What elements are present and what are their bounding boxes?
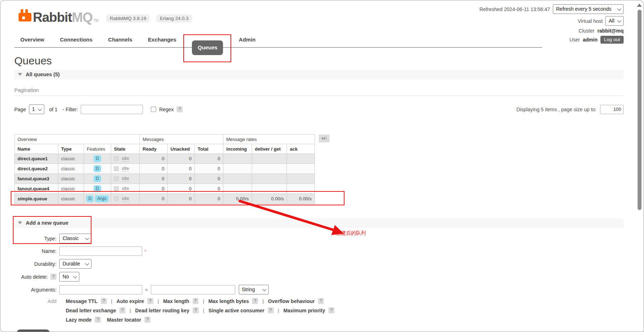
regex-help-badge[interactable]: ?	[177, 106, 183, 112]
column-header-incoming[interactable]: incoming	[223, 144, 252, 154]
tab-admin[interactable]: Admin	[239, 36, 256, 47]
filter-input[interactable]	[81, 105, 143, 114]
max-length-help-badge[interactable]: ?	[193, 298, 199, 304]
ack-rate	[287, 154, 315, 164]
link-lazy-mode[interactable]: Lazy mode	[66, 317, 91, 323]
durable-feature-badge: D	[86, 195, 94, 202]
all-queues-section-toggle[interactable]: All queues (5)	[14, 70, 624, 79]
column-header-ack[interactable]: ack	[287, 144, 315, 154]
ready-count: 0	[140, 154, 168, 164]
state-color-swatch	[114, 176, 119, 181]
link-single-active-consumer[interactable]: Single active consumer	[208, 308, 264, 313]
vertical-scrollbar[interactable]	[636, 1, 642, 330]
arguments-label: Arguments:	[14, 287, 56, 293]
name-label: Name:	[14, 248, 56, 254]
unacked-count: 0	[168, 164, 195, 174]
tab-channels[interactable]: Channels	[108, 36, 133, 47]
state-color-swatch	[114, 186, 119, 191]
collapse-triangle-icon	[18, 221, 22, 224]
queue-type: classic	[58, 174, 84, 184]
link-max-length-bytes[interactable]: Max length bytes	[208, 298, 249, 304]
queue-state: idle	[122, 176, 129, 182]
overflow-behaviour-help-badge[interactable]: ?	[318, 298, 324, 304]
group-header-messages: Messages	[140, 135, 223, 144]
add-queue-section-title: Add a new queue	[26, 220, 68, 226]
virtual-host-select[interactable]: All	[605, 16, 624, 26]
scrollbar-up-arrow-icon[interactable]	[637, 4, 642, 7]
regex-checkbox[interactable]	[151, 107, 156, 112]
total-count: 0	[195, 184, 223, 194]
column-header-state[interactable]: State	[111, 144, 140, 154]
max-length-bytes-help-badge[interactable]: ?	[252, 298, 258, 304]
add-queue-section-toggle[interactable]: Add a new queue	[14, 218, 624, 228]
table-row-fanout-queue3: fanout.queue3 classic D idle 0 0 0	[15, 174, 315, 184]
link-dead-letter-routing-key[interactable]: Dead letter routing key	[135, 308, 189, 313]
separator: |	[262, 298, 263, 304]
incoming-rate	[223, 184, 252, 194]
column-header-name[interactable]: Name	[15, 144, 58, 154]
ready-count: 0	[140, 184, 168, 194]
incoming-rate	[223, 154, 252, 164]
link-max-length[interactable]: Max length	[163, 298, 189, 304]
argument-type-select[interactable]: String	[239, 285, 269, 294]
page-number-select[interactable]: 1	[29, 104, 44, 114]
durable-feature-badge: D	[94, 155, 101, 162]
incoming-rate: 0.00/s	[223, 194, 252, 204]
argument-value-input[interactable]	[151, 285, 235, 294]
top-bar: RabbitMQTM RabbitMQ 3.8.19 Erlang 24.0.3…	[14, 4, 624, 29]
link-master-locator[interactable]: Master locator	[107, 317, 141, 323]
tab-exchanges[interactable]: Exchanges	[148, 36, 176, 47]
queue-name-input[interactable]	[59, 246, 142, 256]
auto-delete-help-badge[interactable]: ?	[50, 274, 56, 280]
dead-letter-exchange-help-badge[interactable]: ?	[119, 307, 125, 313]
maximum-priority-help-badge[interactable]: ?	[328, 307, 335, 313]
lazy-mode-help-badge[interactable]: ?	[95, 317, 101, 323]
cluster-name: rabbit@mq	[597, 28, 624, 34]
auto-delete-select[interactable]: No	[59, 272, 79, 282]
tab-queues[interactable]: Queues	[192, 40, 223, 55]
refresh-interval-select[interactable]: Refresh every 5 seconds	[553, 4, 624, 14]
page-size-input[interactable]	[600, 105, 624, 114]
auto-expire-help-badge[interactable]: ?	[147, 298, 153, 304]
message-ttl-help-badge[interactable]: ?	[101, 298, 107, 304]
queue-name-link[interactable]: fanout.queue4	[15, 184, 58, 194]
rabbitmq-logo[interactable]: RabbitMQTM	[17, 9, 98, 23]
column-header-ready[interactable]: Ready	[140, 144, 168, 154]
queue-name-link[interactable]: direct.queue1	[15, 154, 58, 164]
link-overflow-behaviour[interactable]: Overflow behaviour	[268, 298, 315, 304]
durability-label: Durability:	[14, 261, 56, 267]
deliver-get-rate: 0.00/s	[252, 194, 287, 204]
tab-connections[interactable]: Connections	[60, 36, 93, 47]
rabbitmq-logo-icon	[17, 9, 33, 23]
column-header-deliver-get[interactable]: deliver / get	[252, 144, 287, 154]
master-locator-help-badge[interactable]: ?	[144, 317, 150, 323]
column-visibility-toggle[interactable]: +/-	[319, 135, 330, 142]
queues-table-zone: Overview Messages Message rates Name Typ…	[14, 134, 624, 204]
queue-name-link[interactable]: direct.queue2	[15, 164, 58, 174]
link-dead-letter-exchange[interactable]: Dead letter exchange	[66, 308, 116, 313]
link-message-ttl[interactable]: Message TTL	[66, 298, 98, 304]
add-queue-button[interactable]	[17, 329, 50, 332]
link-auto-expire[interactable]: Auto expire	[117, 298, 144, 304]
link-maximum-priority[interactable]: Maximum priority	[283, 308, 325, 313]
total-count: 0	[195, 174, 223, 184]
ready-count: 0	[140, 174, 168, 184]
dead-letter-routing-key-help-badge[interactable]: ?	[193, 307, 199, 313]
queue-state: idle	[122, 196, 129, 202]
column-header-unacked[interactable]: Unacked	[168, 144, 195, 154]
queue-type-select[interactable]: Classic	[59, 234, 91, 243]
single-active-consumer-help-badge[interactable]: ?	[268, 307, 274, 313]
chevron-down-icon	[38, 107, 42, 111]
argument-key-input[interactable]	[59, 285, 142, 294]
scrollbar-thumb[interactable]	[638, 10, 641, 210]
column-header-total[interactable]: Total	[195, 144, 223, 154]
ready-count: 0	[140, 194, 168, 204]
column-header-type[interactable]: Type	[58, 144, 84, 154]
queue-name-link[interactable]: fanout.queue3	[15, 174, 58, 184]
durability-select[interactable]: Durable	[59, 259, 91, 269]
separator: |	[158, 298, 159, 304]
queue-type: classic	[58, 184, 84, 194]
logout-button[interactable]: Log out	[600, 36, 624, 44]
tab-overview[interactable]: Overview	[20, 36, 44, 47]
queue-name-link[interactable]: simple.queue	[15, 194, 58, 204]
